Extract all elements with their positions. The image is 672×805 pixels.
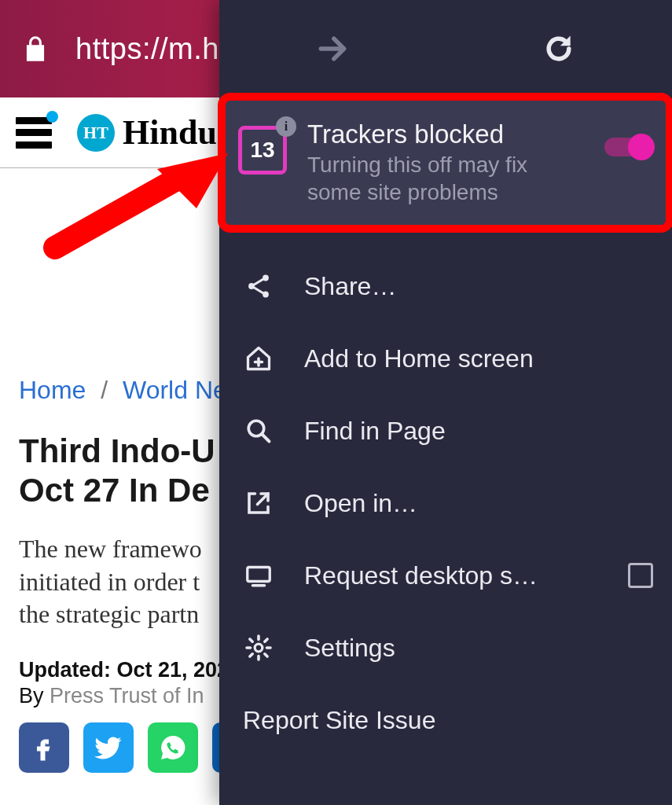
- body-line: initiated in order t: [19, 568, 200, 596]
- url-text: https://m.h: [75, 32, 219, 66]
- menu-items: Share… Add to Home screen Find in Page O…: [219, 250, 672, 756]
- trackers-count-badge: 13 i: [238, 126, 287, 175]
- svg-line-15: [250, 639, 252, 641]
- logo-mark: HT: [77, 114, 115, 152]
- hamburger-menu-button[interactable]: [16, 117, 52, 149]
- breadcrumb-home[interactable]: Home: [19, 376, 86, 404]
- trackers-sub-line: Turning this off may fix: [307, 153, 527, 177]
- svg-line-19: [55, 177, 181, 248]
- menu-label: Request desktop s…: [304, 561, 628, 590]
- twitter-share-button[interactable]: [83, 722, 134, 773]
- menu-item-find[interactable]: Find in Page: [219, 395, 672, 467]
- svg-rect-8: [248, 568, 270, 582]
- menu-label: Find in Page: [304, 417, 653, 446]
- search-icon: [241, 417, 276, 445]
- menu-item-report-issue[interactable]: Report Site Issue: [219, 684, 672, 756]
- whatsapp-share-button[interactable]: [148, 722, 198, 773]
- trackers-title: Trackers blocked: [307, 119, 652, 149]
- desktop-site-checkbox[interactable]: [628, 563, 653, 588]
- svg-point-10: [255, 644, 263, 652]
- menu-item-settings[interactable]: Settings: [219, 612, 672, 684]
- headline-line: Oct 27 In De: [19, 472, 210, 509]
- info-icon: i: [276, 116, 296, 137]
- svg-line-4: [254, 288, 263, 294]
- byline-agency: Press Trust of In: [50, 684, 204, 708]
- trackers-toggle[interactable]: [604, 134, 653, 160]
- menu-item-desktop-site[interactable]: Request desktop s…: [219, 539, 672, 612]
- menu-label: Open in…: [304, 489, 653, 518]
- breadcrumb-separator: /: [101, 376, 108, 404]
- open-external-icon: [241, 489, 276, 517]
- browser-menu-panel: 13 i Trackers blocked Turning this off m…: [219, 0, 672, 805]
- trackers-sub-line: some site problems: [307, 180, 498, 204]
- gear-icon: [241, 634, 276, 662]
- share-icon: [241, 272, 276, 300]
- menu-item-open-in[interactable]: Open in…: [219, 467, 672, 539]
- svg-line-16: [265, 654, 267, 656]
- byline-prefix: By: [19, 684, 44, 708]
- trackers-subtitle: Turning this off may fix some site probl…: [307, 151, 652, 206]
- annotation-arrow-icon: [39, 153, 228, 263]
- menu-nav-row: [219, 0, 672, 97]
- reload-button[interactable]: [446, 31, 672, 66]
- svg-line-18: [265, 639, 267, 641]
- updated-label: Updated:: [19, 658, 111, 682]
- facebook-share-button[interactable]: [19, 722, 69, 773]
- svg-line-3: [254, 279, 263, 285]
- site-logo[interactable]: HT Hindus: [77, 112, 230, 153]
- body-line: The new framewo: [19, 535, 202, 563]
- menu-label: Report Site Issue: [243, 706, 653, 735]
- menu-item-add-home[interactable]: Add to Home screen: [219, 322, 672, 395]
- notification-dot-icon: [46, 111, 58, 123]
- logo-wordmark: Hindus: [123, 112, 230, 153]
- headline-line: Third Indo-U: [19, 432, 215, 469]
- trackers-blocked-item[interactable]: 13 i Trackers blocked Turning this off m…: [226, 101, 666, 225]
- menu-label: Share…: [304, 272, 653, 301]
- svg-line-7: [258, 494, 269, 505]
- menu-label: Settings: [304, 634, 653, 663]
- svg-line-6: [263, 435, 270, 442]
- lock-icon: [20, 32, 50, 65]
- svg-line-17: [250, 654, 252, 656]
- menu-item-share[interactable]: Share…: [219, 250, 672, 322]
- body-line: the strategic partn: [19, 600, 199, 628]
- desktop-icon: [241, 561, 276, 590]
- home-plus-icon: [241, 344, 276, 373]
- menu-label: Add to Home screen: [304, 344, 653, 373]
- forward-button[interactable]: [219, 31, 446, 66]
